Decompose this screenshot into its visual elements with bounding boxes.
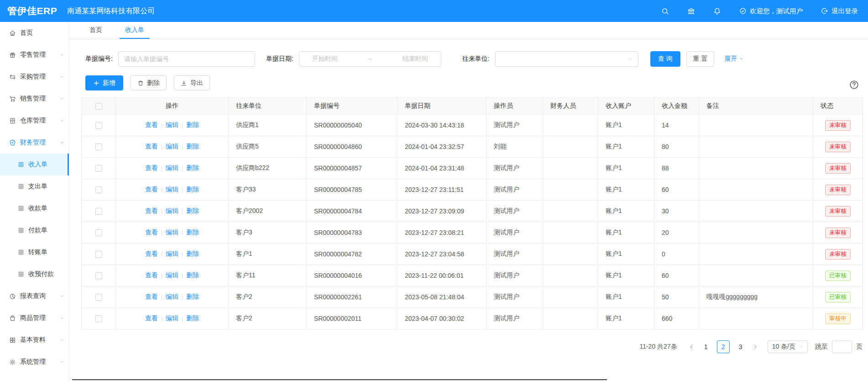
edit-link[interactable]: 编辑 <box>166 121 178 128</box>
edit-link[interactable]: 编辑 <box>166 228 178 236</box>
row-checkbox[interactable] <box>95 186 102 193</box>
cell-bill-date: 2023-12-27 23:09:09 <box>397 201 486 222</box>
view-link[interactable]: 查看 <box>145 250 158 257</box>
search-icon[interactable] <box>661 7 669 15</box>
sidebar-item-goods[interactable]: 商品管理 <box>0 307 69 329</box>
add-button[interactable]: 新增 <box>85 75 123 90</box>
reset-button[interactable]: 重 置 <box>686 51 715 67</box>
row-checkbox[interactable] <box>95 122 102 129</box>
sidebar-item-transfer-bill[interactable]: 转账单 <box>0 241 69 263</box>
delete-link[interactable]: 删除 <box>186 271 199 279</box>
sidebar-item-expense-bill[interactable]: 支出单 <box>0 175 69 197</box>
edit-link[interactable]: 编辑 <box>166 293 178 300</box>
row-checkbox[interactable] <box>95 208 102 215</box>
page-size-select[interactable]: 10 条/页 <box>768 340 808 353</box>
delete-link[interactable]: 删除 <box>186 250 199 257</box>
next-page-button[interactable] <box>749 340 761 353</box>
jump-to-input[interactable] <box>832 340 852 353</box>
row-checkbox[interactable] <box>95 165 102 172</box>
trash-icon <box>137 80 144 86</box>
column-header-8: 备注 <box>699 98 813 115</box>
delete-link[interactable]: 删除 <box>186 143 199 150</box>
bank-icon[interactable] <box>687 7 695 15</box>
sidebar-item-income-bill[interactable]: 收入单 <box>0 154 69 175</box>
logout-button[interactable]: 退出登录 <box>821 7 858 16</box>
row-checkbox[interactable] <box>95 143 102 150</box>
chevron-down-icon <box>60 53 64 57</box>
welcome-text: 欢迎您，测试用户 <box>750 7 803 16</box>
page-button-3[interactable]: 3 <box>734 340 747 353</box>
jump-to-label: 跳至 <box>815 343 828 351</box>
view-link[interactable]: 查看 <box>145 293 158 300</box>
sidebar-item-finance[interactable]: 财务管理 <box>0 132 69 154</box>
cell-status: 未审核 <box>813 136 863 158</box>
edit-link[interactable]: 编辑 <box>166 314 178 322</box>
sidebar-item-basic-data[interactable]: 基本资料 <box>0 329 69 351</box>
view-link[interactable]: 查看 <box>145 186 158 193</box>
question-circle-icon[interactable] <box>849 80 859 90</box>
delete-link[interactable]: 删除 <box>186 293 199 300</box>
page-button-1[interactable]: 1 <box>700 340 712 353</box>
delete-link[interactable]: 删除 <box>186 228 199 236</box>
bill-no-input[interactable] <box>118 51 255 67</box>
delete-link[interactable]: 删除 <box>186 121 199 128</box>
cell-operator: 测试用户 <box>486 244 543 265</box>
sidebar-item-reports[interactable]: 报表查询 <box>0 285 69 307</box>
edit-link[interactable]: 编辑 <box>166 186 178 193</box>
row-checkbox[interactable] <box>95 294 102 301</box>
logout-text: 退出登录 <box>831 7 858 16</box>
page-numbers: 123 <box>697 340 749 353</box>
sidebar-item-purchase[interactable]: 采购管理 <box>0 66 69 88</box>
row-checkbox[interactable] <box>95 272 102 279</box>
view-link[interactable]: 查看 <box>145 164 158 171</box>
sidebar-item-label: 销售管理 <box>20 95 46 103</box>
prev-page-button[interactable] <box>685 340 697 353</box>
edit-link[interactable]: 编辑 <box>166 207 178 214</box>
delete-link[interactable]: 删除 <box>186 314 199 322</box>
view-link[interactable]: 查看 <box>145 207 158 214</box>
select-all-checkbox[interactable] <box>95 103 102 110</box>
edit-link[interactable]: 编辑 <box>166 164 178 171</box>
sidebar-item-warehouse[interactable]: 仓库管理 <box>0 110 69 132</box>
sidebar-item-home[interactable]: 首页 <box>0 22 69 44</box>
bell-icon[interactable] <box>713 7 721 15</box>
view-link[interactable]: 查看 <box>145 228 158 236</box>
delete-link[interactable]: 删除 <box>186 164 199 171</box>
add-button-label: 新增 <box>103 79 115 87</box>
view-link[interactable]: 查看 <box>145 143 158 150</box>
row-checkbox[interactable] <box>95 315 102 322</box>
sidebar-item-payment-bill[interactable]: 付款单 <box>0 219 69 241</box>
search-button[interactable]: 查 询 <box>650 51 680 67</box>
date-range-picker[interactable]: 开始时间 ~ 结束时间 <box>299 51 441 67</box>
row-checkbox[interactable] <box>95 251 102 258</box>
view-link[interactable]: 查看 <box>145 271 158 279</box>
welcome-user[interactable]: 欢迎您，测试用户 <box>739 7 803 16</box>
chevron-down-icon <box>60 316 64 320</box>
edit-link[interactable]: 编辑 <box>166 143 178 150</box>
delete-link[interactable]: 删除 <box>186 207 199 214</box>
sidebar-item-system[interactable]: 系统管理 <box>0 351 69 373</box>
expand-link[interactable]: 展开 <box>724 55 744 63</box>
view-link[interactable]: 查看 <box>145 121 158 128</box>
row-actions-cell: 查看|编辑|删除 <box>116 136 229 158</box>
partner-select[interactable] <box>495 51 638 67</box>
tab-income-bill[interactable]: 收入单 <box>120 22 150 39</box>
row-select-cell <box>82 308 116 329</box>
sidebar-item-advance-receipt[interactable]: 收预付款 <box>0 263 69 285</box>
sidebar-item-receipt-bill[interactable]: 收款单 <box>0 197 69 219</box>
sidebar-item-sales[interactable]: 销售管理 <box>0 88 69 110</box>
table-body: 查看|编辑|删除供应商1SR000000050402024-03-30 14:4… <box>82 115 863 329</box>
delete-link[interactable]: 删除 <box>186 186 199 193</box>
row-checkbox[interactable] <box>95 229 102 236</box>
row-select-cell <box>82 286 116 308</box>
sidebar-item-label: 商品管理 <box>20 314 46 322</box>
edit-link[interactable]: 编辑 <box>166 271 178 279</box>
tab-home[interactable]: 首页 <box>84 22 108 39</box>
action-separator: | <box>182 122 183 128</box>
delete-button[interactable]: 删除 <box>131 75 167 90</box>
view-link[interactable]: 查看 <box>145 314 158 322</box>
export-button[interactable]: 导出 <box>174 75 210 90</box>
sidebar-item-retail[interactable]: 零售管理 <box>0 44 69 66</box>
edit-link[interactable]: 编辑 <box>166 250 178 257</box>
page-button-2[interactable]: 2 <box>717 340 730 353</box>
